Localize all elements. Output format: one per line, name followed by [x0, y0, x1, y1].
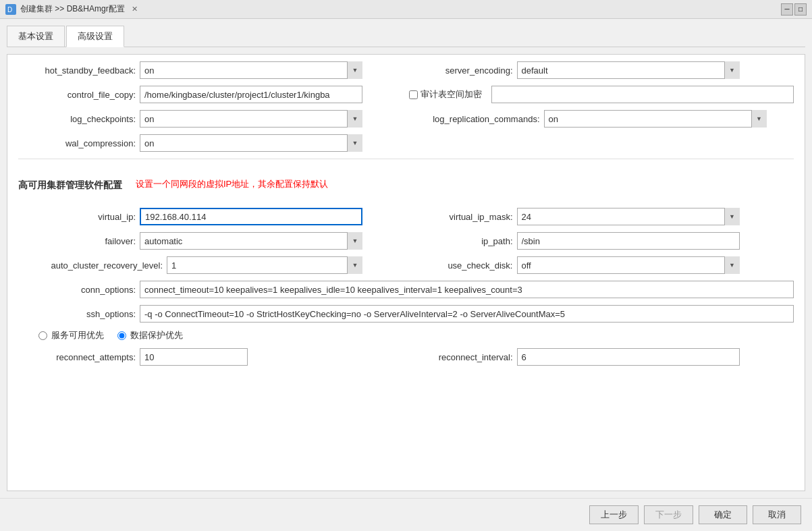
- hot-standby-select-wrapper: on off: [140, 61, 362, 79]
- window-title: 创建集群 >> DB&HAmgr配置: [20, 3, 125, 15]
- audit-checkbox[interactable]: [409, 90, 418, 99]
- title-bar-left: D 创建集群 >> DB&HAmgr配置 ✕: [5, 3, 140, 15]
- control-file-row-right: 审计表空间加密: [409, 86, 794, 103]
- reconnect-interval-label: reconnect_interval:: [409, 352, 517, 362]
- failover-label: failover:: [18, 236, 140, 246]
- recovery-level-select-wrapper: 1 2 3: [167, 256, 362, 274]
- next-button[interactable]: 下一步: [644, 505, 693, 524]
- data-priority-radio[interactable]: [117, 331, 126, 340]
- title-bar: D 创建集群 >> DB&HAmgr配置 ✕ ─ □: [0, 0, 812, 19]
- section-title-row: 高可用集群管理软件配置 设置一个同网段的虚拟IP地址，其余配置保持默认: [18, 169, 794, 200]
- conn-options-label: conn_options:: [18, 285, 140, 295]
- control-file-input[interactable]: [140, 86, 362, 103]
- priority-radio-group: 服务可用优先 数据保护优先: [18, 329, 794, 341]
- log-checkpoints-label: log_checkpoints:: [18, 114, 140, 124]
- scroll-area[interactable]: hot_standby_feedback: on off server_enco…: [7, 55, 805, 491]
- ip-path-label: ip_path:: [409, 236, 517, 246]
- use-check-disk-row: use_check_disk: off on: [409, 256, 794, 274]
- ip-path-input[interactable]: [517, 232, 740, 250]
- log-checkpoints-row: log_checkpoints: on off: [18, 110, 404, 128]
- window-controls: ─ □: [781, 3, 807, 16]
- settings-panel: hot_standby_feedback: on off server_enco…: [7, 54, 805, 491]
- control-file-label: control_file_copy:: [18, 90, 140, 100]
- virtual-ip-mask-select[interactable]: 24 16 8: [517, 208, 740, 225]
- tab-basic[interactable]: 基本设置: [7, 26, 65, 47]
- col-right: server_encoding: default UTF8 GBK: [409, 61, 794, 79]
- server-encoding-select[interactable]: default UTF8 GBK: [517, 61, 740, 79]
- confirm-button[interactable]: 确定: [699, 505, 747, 524]
- wal-compression-select-wrapper: on off: [140, 134, 362, 152]
- ssh-options-label: ssh_options:: [18, 309, 140, 319]
- conn-options-input[interactable]: [140, 281, 794, 298]
- audit-value-input[interactable]: [491, 86, 794, 103]
- section-title: 高可用集群管理软件配置: [18, 179, 122, 192]
- virtual-ip-input[interactable]: [140, 208, 362, 225]
- virtual-ip-mask-label: virtual_ip_mask:: [409, 212, 517, 222]
- col-left: hot_standby_feedback: on off: [18, 61, 404, 79]
- app-icon: D: [5, 4, 16, 15]
- virtual-ip-label: virtual_ip:: [18, 212, 140, 222]
- reconnect-attempts-label: reconnect_attempts:: [18, 352, 140, 362]
- log-replication-row: log_replication_commands: on off: [409, 110, 794, 128]
- failover-select[interactable]: automatic manual: [140, 232, 362, 250]
- audit-checkbox-label[interactable]: 审计表空间加密: [409, 88, 482, 101]
- ssh-options-input[interactable]: [140, 305, 794, 323]
- prev-button[interactable]: 上一步: [589, 505, 639, 524]
- log-replication-select[interactable]: on off: [544, 110, 767, 128]
- reconnect-attempts-input[interactable]: [140, 348, 248, 366]
- section-divider: [18, 159, 794, 159]
- maximize-button[interactable]: □: [794, 3, 807, 16]
- wal-compression-label: wal_compression:: [18, 138, 140, 148]
- service-priority-radio[interactable]: [38, 331, 47, 340]
- ip-path-row: ip_path:: [409, 232, 794, 250]
- virtual-ip-row: virtual_ip:: [18, 208, 404, 225]
- server-encoding-label: server_encoding:: [409, 65, 517, 76]
- virtual-ip-mask-row: virtual_ip_mask: 24 16 8: [409, 208, 794, 225]
- log-replication-select-wrapper: on off: [544, 110, 767, 128]
- main-content: 基本设置 高级设置 hot_standby_feedback: on off: [0, 19, 812, 498]
- reconnect-interval-input[interactable]: [517, 348, 740, 366]
- recovery-level-label: auto_cluster_recovery_level:: [18, 260, 167, 271]
- hot-standby-label: hot_standby_feedback:: [18, 65, 140, 76]
- hot-standby-select[interactable]: on off: [140, 61, 362, 79]
- log-checkpoints-select[interactable]: on off: [140, 110, 362, 128]
- log-checkpoints-select-wrapper: on off: [140, 110, 362, 128]
- cancel-button[interactable]: 取消: [753, 505, 801, 524]
- control-file-row-left: control_file_copy:: [18, 86, 404, 103]
- footer: 上一步 下一步 确定 取消: [0, 498, 812, 531]
- ssh-options-row: ssh_options:: [18, 305, 794, 323]
- use-check-disk-select-wrapper: off on: [517, 256, 740, 274]
- server-encoding-select-wrapper: default UTF8 GBK: [517, 61, 740, 79]
- log-replication-label: log_replication_commands:: [409, 114, 544, 124]
- main-window: D 创建集群 >> DB&HAmgr配置 ✕ ─ □ 基本设置 高级设置: [0, 0, 812, 531]
- virtual-ip-mask-select-wrapper: 24 16 8: [517, 208, 740, 225]
- wal-compression-select[interactable]: on off: [140, 134, 362, 152]
- tab-close-icon[interactable]: ✕: [129, 3, 140, 15]
- use-check-disk-label: use_check_disk:: [409, 260, 517, 271]
- tab-bar: 基本设置 高级设置: [7, 26, 805, 47]
- minimize-button[interactable]: ─: [781, 3, 793, 16]
- failover-select-wrapper: automatic manual: [140, 232, 362, 250]
- recovery-level-row: auto_cluster_recovery_level: 1 2 3: [18, 256, 404, 274]
- reconnect-interval-row: reconnect_interval:: [409, 348, 794, 366]
- service-priority-label[interactable]: 服务可用优先: [38, 329, 104, 341]
- reconnect-attempts-row: reconnect_attempts:: [18, 348, 404, 366]
- data-priority-label[interactable]: 数据保护优先: [117, 329, 183, 341]
- recovery-level-select[interactable]: 1 2 3: [167, 256, 362, 274]
- conn-options-row: conn_options:: [18, 281, 794, 298]
- tab-advanced[interactable]: 高级设置: [66, 26, 124, 47]
- section-hint: 设置一个同网段的虚拟IP地址，其余配置保持默认: [136, 178, 328, 190]
- wal-compression-row: wal_compression: on off: [18, 134, 794, 152]
- use-check-disk-select[interactable]: off on: [517, 256, 740, 274]
- svg-text:D: D: [7, 6, 12, 13]
- failover-row: failover: automatic manual: [18, 232, 404, 250]
